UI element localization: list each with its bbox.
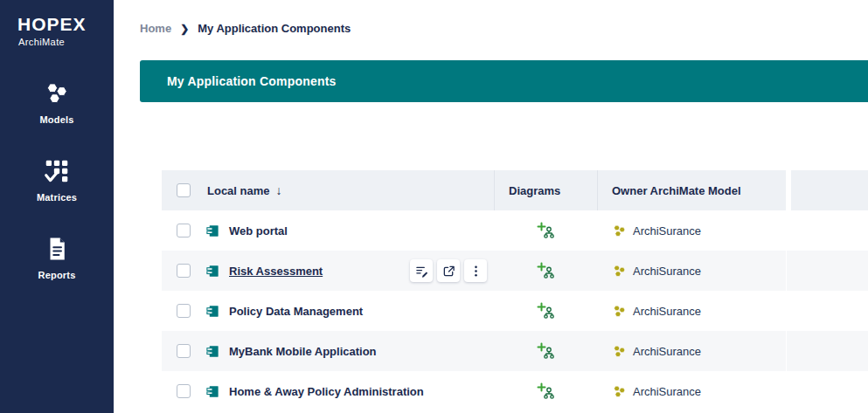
owner-model-icon bbox=[612, 224, 627, 238]
more-options-button[interactable] bbox=[464, 259, 487, 282]
breadcrumb: Home ❯ My Application Components bbox=[140, 0, 868, 35]
owner-model-icon bbox=[612, 264, 627, 279]
extra-cell bbox=[786, 291, 868, 331]
table-row: Home & Away Policy Administration ArchiS… bbox=[162, 371, 868, 411]
diagrams-icon[interactable] bbox=[537, 302, 554, 320]
application-component-icon bbox=[205, 344, 220, 359]
logo-subtitle: ArchiMate bbox=[18, 37, 114, 47]
table-row: Web portal ArchiSurance bbox=[162, 210, 868, 251]
sidebar-item-label: Reports bbox=[38, 270, 76, 280]
select-all-checkbox[interactable] bbox=[177, 183, 191, 197]
edit-properties-button[interactable] bbox=[410, 259, 433, 282]
open-in-new-button[interactable] bbox=[437, 259, 460, 282]
matrices-icon bbox=[44, 158, 70, 188]
column-header-label: Owner ArchiMate Model bbox=[612, 184, 741, 197]
row-checkbox[interactable] bbox=[177, 304, 191, 318]
extra-cell bbox=[786, 331, 868, 371]
sidebar-item-reports[interactable]: Reports bbox=[38, 236, 76, 280]
owner-model-icon bbox=[612, 384, 627, 399]
table-row: MyBank Mobile Application ArchiSurance bbox=[162, 331, 868, 371]
owner-model-icon bbox=[612, 344, 627, 359]
owner-model-name: ArchiSurance bbox=[633, 265, 701, 278]
sidebar-item-matrices[interactable]: Matrices bbox=[37, 158, 77, 203]
page-title: My Application Components bbox=[167, 74, 336, 88]
column-header-local-name[interactable]: Local name ↓ bbox=[205, 170, 494, 210]
open-in-new-icon bbox=[442, 265, 455, 278]
column-header-label: Diagrams bbox=[509, 184, 560, 197]
sidebar-nav: Models Matrices bbox=[0, 80, 114, 280]
breadcrumb-current: My Application Components bbox=[198, 22, 351, 35]
owner-model-icon bbox=[612, 304, 627, 319]
kebab-menu-icon bbox=[469, 265, 483, 278]
component-name-link[interactable]: Home & Away Policy Administration bbox=[229, 385, 424, 398]
owner-model-name: ArchiSurance bbox=[633, 385, 701, 398]
row-checkbox[interactable] bbox=[177, 224, 191, 237]
table-row: Risk Assessment bbox=[162, 251, 868, 291]
table-header-row: Local name ↓ Diagrams Owner ArchiMate Mo… bbox=[162, 170, 868, 210]
edit-icon bbox=[415, 265, 428, 278]
logo-title: HOPEX bbox=[17, 14, 114, 35]
column-header-owner-model[interactable]: Owner ArchiMate Model bbox=[597, 170, 786, 210]
diagrams-icon[interactable] bbox=[537, 222, 554, 239]
application-component-icon bbox=[205, 304, 220, 319]
diagrams-icon[interactable] bbox=[537, 262, 554, 279]
row-checkbox[interactable] bbox=[177, 344, 191, 358]
panel-header: My Application Components bbox=[140, 60, 868, 102]
component-name-link[interactable]: Web portal bbox=[229, 224, 288, 237]
component-name-link[interactable]: Risk Assessment bbox=[229, 265, 323, 278]
owner-model-name: ArchiSurance bbox=[633, 224, 701, 237]
components-table: Local name ↓ Diagrams Owner ArchiMate Mo… bbox=[162, 170, 868, 411]
breadcrumb-home-link[interactable]: Home bbox=[140, 22, 171, 35]
application-component-icon bbox=[205, 264, 220, 279]
sort-descending-icon[interactable]: ↓ bbox=[276, 183, 282, 197]
logo: HOPEX ArchiMate bbox=[0, 0, 114, 47]
owner-model-name: ArchiSurance bbox=[633, 345, 701, 358]
application-component-icon bbox=[205, 384, 220, 399]
component-name-link[interactable]: MyBank Mobile Application bbox=[229, 345, 377, 358]
component-name-link[interactable]: Policy Data Management bbox=[229, 305, 363, 318]
breadcrumb-chevron-icon: ❯ bbox=[180, 23, 189, 35]
extra-cell bbox=[786, 251, 868, 291]
owner-model-name: ArchiSurance bbox=[633, 305, 701, 318]
header-checkbox-cell bbox=[162, 170, 205, 210]
row-actions bbox=[410, 259, 487, 282]
diagrams-icon[interactable] bbox=[537, 342, 554, 360]
row-checkbox[interactable] bbox=[177, 264, 191, 278]
sidebar-item-label: Matrices bbox=[37, 192, 77, 203]
column-header-extra bbox=[786, 170, 868, 210]
row-checkbox[interactable] bbox=[177, 384, 191, 398]
extra-cell bbox=[786, 371, 868, 411]
column-header-label: Local name bbox=[207, 184, 270, 197]
app-window: HOPEX ArchiMate Models bbox=[0, 0, 868, 413]
sidebar-item-models[interactable]: Models bbox=[39, 80, 73, 125]
reports-icon bbox=[44, 236, 70, 265]
diagrams-icon[interactable] bbox=[537, 382, 554, 400]
application-component-icon bbox=[205, 224, 220, 238]
sidebar: HOPEX ArchiMate Models bbox=[0, 0, 114, 413]
table-row: Policy Data Management ArchiSurance bbox=[162, 291, 868, 331]
models-icon bbox=[44, 80, 70, 110]
extra-cell bbox=[786, 210, 868, 251]
column-header-diagrams[interactable]: Diagrams bbox=[494, 170, 597, 210]
main-content: Home ❯ My Application Components My Appl… bbox=[114, 0, 868, 413]
sidebar-item-label: Models bbox=[39, 114, 73, 125]
